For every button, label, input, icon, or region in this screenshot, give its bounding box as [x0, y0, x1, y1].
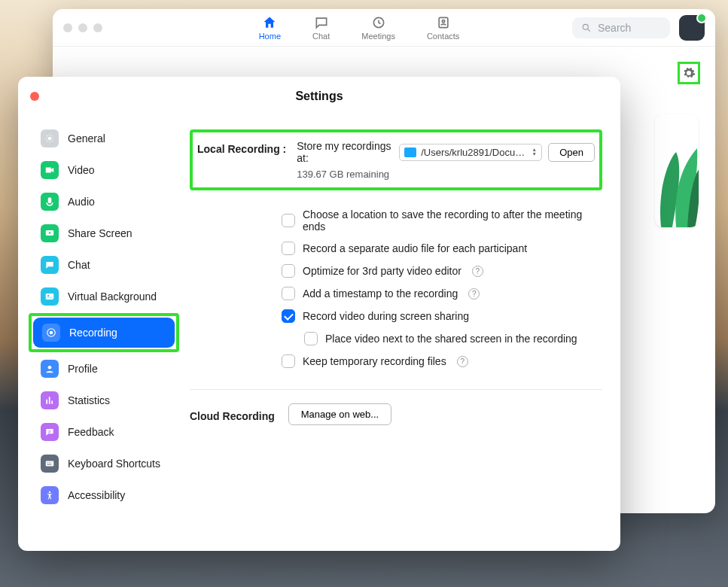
cloud-recording-label: Cloud Recording: [190, 407, 275, 422]
main-nav: Home Chat Meetings Contacts: [146, 15, 572, 41]
nav-meetings[interactable]: Meetings: [361, 15, 395, 41]
svg-point-9: [48, 366, 52, 370]
recording-option: Add a timestamp to the recording?: [190, 282, 602, 305]
profile-icon: [41, 360, 59, 378]
recording-option: Optimize for 3rd party video editor?: [190, 260, 602, 282]
divider: [190, 389, 602, 390]
settings-titlebar: Settings: [18, 77, 620, 116]
nav-home[interactable]: Home: [259, 15, 281, 41]
open-folder-button[interactable]: Open: [548, 143, 595, 162]
option-label: Place video next to the shared screen in…: [325, 333, 577, 345]
nav-home-label: Home: [259, 32, 281, 41]
avatar[interactable]: [679, 15, 705, 41]
nav-meetings-label: Meetings: [361, 32, 395, 41]
svg-point-3: [583, 24, 588, 29]
sidebar-item-label: Virtual Background: [68, 290, 157, 303]
svg-point-8: [50, 331, 53, 335]
recording-option: Choose a location to save the recording …: [190, 204, 602, 237]
checkbox[interactable]: [282, 214, 295, 227]
local-recording-label: Local Recording :: [197, 140, 286, 155]
contacts-icon: [436, 15, 451, 30]
checkbox[interactable]: [282, 287, 295, 300]
sidebar-item-label: Recording: [69, 327, 117, 339]
sidebar-item-label: General: [68, 132, 105, 144]
settings-gear-highlight: [678, 62, 700, 84]
recording-options: Choose a location to save the recording …: [190, 204, 602, 373]
video-icon: [41, 161, 59, 179]
recording-option: Place video next to the shared screen in…: [190, 327, 602, 350]
sidebar-item-label: Statistics: [68, 394, 110, 406]
settings-content: Local Recording : Store my recordings at…: [184, 116, 620, 551]
help-icon[interactable]: ?: [457, 356, 468, 367]
sidebar-item-feedback[interactable]: Feedback: [32, 417, 176, 447]
option-label: Choose a location to save the recording …: [303, 208, 602, 233]
option-label: Record a separate audio file for each pa…: [303, 242, 527, 254]
sidebar-item-recording[interactable]: Recording: [33, 318, 175, 348]
sidebar-item-accessibility[interactable]: Accessibility: [32, 480, 176, 510]
sidebar-item-shortcuts[interactable]: Keyboard Shortcuts: [32, 449, 176, 479]
audio-icon: [41, 193, 59, 211]
sidebar-item-audio[interactable]: Audio: [32, 187, 176, 217]
traffic-lights[interactable]: [63, 23, 146, 32]
sidebar-item-statistics[interactable]: Statistics: [32, 385, 176, 415]
manage-on-web-button[interactable]: Manage on web...: [288, 403, 391, 425]
disk-remaining-label: 139.67 GB remaining: [297, 169, 595, 180]
option-label: Add a timestamp to the recording: [303, 287, 458, 300]
search-placeholder: Search: [598, 22, 631, 34]
settings-sidebar: GeneralVideoAudioShare ScreenChatVirtual…: [18, 116, 184, 551]
search-icon: [581, 23, 592, 33]
search-input[interactable]: Search: [572, 17, 670, 38]
sidebar-item-label: Chat: [68, 259, 90, 271]
recording-option: Record a separate audio file for each pa…: [190, 237, 602, 260]
close-button[interactable]: [30, 92, 39, 101]
svg-point-11: [49, 491, 50, 493]
share-screen-icon: [41, 224, 59, 242]
accessibility-icon: [41, 486, 59, 504]
clock-icon: [371, 15, 386, 30]
sidebar-item-virtual-bg[interactable]: Virtual Background: [32, 281, 176, 312]
shortcuts-icon: [41, 455, 59, 473]
nav-chat[interactable]: Chat: [312, 15, 330, 41]
sidebar-recording-highlight: Recording: [29, 313, 179, 352]
checkbox[interactable]: [304, 332, 318, 345]
sidebar-item-label: Profile: [68, 363, 98, 375]
recording-option: Keep temporary recording files?: [190, 350, 602, 373]
sidebar-item-profile[interactable]: Profile: [32, 354, 176, 384]
gear-icon[interactable]: [682, 66, 696, 80]
option-label: Keep temporary recording files: [303, 355, 446, 367]
checkbox[interactable]: [282, 309, 295, 323]
statistics-icon: [41, 391, 59, 409]
nav-contacts[interactable]: Contacts: [427, 15, 459, 41]
background-card: [655, 114, 699, 227]
checkbox[interactable]: [282, 264, 295, 278]
checkbox[interactable]: [282, 242, 295, 255]
sidebar-item-share-screen[interactable]: Share Screen: [32, 218, 176, 248]
sidebar-item-label: Audio: [68, 196, 95, 208]
sidebar-item-label: Feedback: [68, 426, 114, 438]
option-label: Record video during screen sharing: [303, 310, 469, 322]
feedback-icon: [41, 423, 59, 441]
store-label: Store my recordings at:: [297, 140, 393, 164]
sidebar-item-label: Video: [68, 164, 95, 176]
nav-chat-label: Chat: [312, 32, 330, 41]
main-titlebar: Home Chat Meetings Contacts Search: [53, 9, 715, 47]
sidebar-item-chat[interactable]: Chat: [32, 250, 176, 280]
sidebar-item-video[interactable]: Video: [32, 155, 176, 185]
svg-point-6: [47, 295, 49, 297]
help-icon[interactable]: ?: [472, 266, 483, 277]
recording-path-selector[interactable]: /Users/krlu2891/Docum… ▲▼: [399, 144, 542, 161]
home-icon: [262, 15, 277, 30]
sidebar-item-general[interactable]: General: [32, 123, 176, 154]
folder-icon: [404, 148, 416, 157]
sidebar-item-label: Accessibility: [68, 489, 125, 501]
sidebar-item-label: Share Screen: [68, 227, 133, 239]
help-icon[interactable]: ?: [468, 288, 480, 300]
option-label: Optimize for 3rd party video editor: [303, 265, 461, 277]
plant-illustration: [655, 114, 699, 227]
settings-title: Settings: [18, 90, 620, 103]
local-recording-highlight: Local Recording : Store my recordings at…: [190, 129, 602, 190]
general-icon: [41, 129, 59, 148]
recording-icon: [42, 324, 60, 342]
virtual-bg-icon: [41, 287, 59, 306]
checkbox[interactable]: [282, 354, 295, 368]
